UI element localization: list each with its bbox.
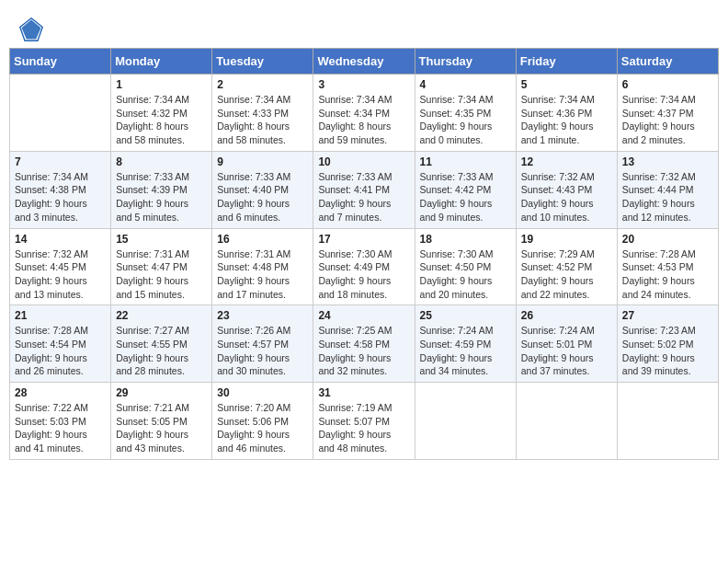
day-of-week-header: Friday — [516, 49, 617, 75]
cell-content: Sunrise: 7:26 AM Sunset: 4:57 PM Dayligh… — [217, 324, 308, 378]
calendar-cell: 8Sunrise: 7:33 AM Sunset: 4:39 PM Daylig… — [111, 151, 212, 228]
calendar-cell: 13Sunrise: 7:32 AM Sunset: 4:44 PM Dayli… — [617, 151, 718, 228]
cell-content: Sunrise: 7:19 AM Sunset: 5:07 PM Dayligh… — [318, 401, 409, 455]
calendar-cell: 14Sunrise: 7:32 AM Sunset: 4:45 PM Dayli… — [10, 228, 111, 305]
day-number: 24 — [318, 309, 409, 322]
calendar-cell: 22Sunrise: 7:27 AM Sunset: 4:55 PM Dayli… — [111, 305, 212, 383]
cell-content: Sunrise: 7:33 AM Sunset: 4:39 PM Dayligh… — [116, 170, 207, 224]
day-of-week-header: Thursday — [415, 49, 516, 75]
day-number: 19 — [521, 233, 612, 246]
day-number: 20 — [622, 233, 713, 246]
cell-content: Sunrise: 7:28 AM Sunset: 4:53 PM Dayligh… — [622, 247, 713, 302]
calendar-cell: 24Sunrise: 7:25 AM Sunset: 4:58 PM Dayli… — [313, 305, 415, 383]
day-number: 14 — [15, 233, 106, 246]
calendar-cell: 3Sunrise: 7:34 AM Sunset: 4:34 PM Daylig… — [313, 75, 415, 152]
day-number: 3 — [318, 78, 409, 91]
cell-content: Sunrise: 7:32 AM Sunset: 4:43 PM Dayligh… — [521, 170, 612, 224]
calendar-header-row: SundayMondayTuesdayWednesdayThursdayFrid… — [10, 49, 719, 75]
day-number: 7 — [15, 155, 106, 168]
calendar-cell: 18Sunrise: 7:30 AM Sunset: 4:50 PM Dayli… — [415, 228, 516, 305]
calendar-cell: 19Sunrise: 7:29 AM Sunset: 4:52 PM Dayli… — [516, 228, 617, 305]
calendar-cell — [617, 383, 718, 460]
calendar-cell: 25Sunrise: 7:24 AM Sunset: 4:59 PM Dayli… — [415, 305, 516, 383]
calendar-week-row: 7Sunrise: 7:34 AM Sunset: 4:38 PM Daylig… — [10, 151, 719, 228]
day-number: 22 — [116, 309, 207, 322]
calendar-cell: 15Sunrise: 7:31 AM Sunset: 4:47 PM Dayli… — [111, 228, 212, 305]
day-number: 31 — [318, 386, 409, 399]
day-number: 4 — [420, 78, 511, 91]
calendar-cell: 16Sunrise: 7:31 AM Sunset: 4:48 PM Dayli… — [212, 228, 313, 305]
day-of-week-header: Monday — [111, 49, 212, 75]
calendar-cell: 7Sunrise: 7:34 AM Sunset: 4:38 PM Daylig… — [10, 151, 111, 228]
cell-content: Sunrise: 7:34 AM Sunset: 4:33 PM Dayligh… — [217, 93, 308, 147]
calendar-cell: 17Sunrise: 7:30 AM Sunset: 4:49 PM Dayli… — [313, 228, 415, 305]
day-number: 23 — [217, 309, 308, 322]
page-header — [9, 9, 719, 48]
day-number: 27 — [622, 309, 713, 322]
calendar-cell: 9Sunrise: 7:33 AM Sunset: 4:40 PM Daylig… — [212, 151, 313, 228]
calendar-cell: 11Sunrise: 7:33 AM Sunset: 4:42 PM Dayli… — [415, 151, 516, 228]
cell-content: Sunrise: 7:32 AM Sunset: 4:45 PM Dayligh… — [15, 247, 106, 302]
calendar-cell — [10, 75, 111, 152]
cell-content: Sunrise: 7:34 AM Sunset: 4:32 PM Dayligh… — [116, 93, 207, 147]
cell-content: Sunrise: 7:33 AM Sunset: 4:40 PM Dayligh… — [217, 170, 308, 224]
calendar-cell: 30Sunrise: 7:20 AM Sunset: 5:06 PM Dayli… — [212, 383, 313, 460]
cell-content: Sunrise: 7:30 AM Sunset: 4:50 PM Dayligh… — [420, 247, 511, 302]
calendar-week-row: 21Sunrise: 7:28 AM Sunset: 4:54 PM Dayli… — [10, 305, 719, 383]
calendar-cell: 29Sunrise: 7:21 AM Sunset: 5:05 PM Dayli… — [111, 383, 212, 460]
calendar-week-row: 14Sunrise: 7:32 AM Sunset: 4:45 PM Dayli… — [10, 228, 719, 305]
calendar-cell: 28Sunrise: 7:22 AM Sunset: 5:03 PM Dayli… — [10, 383, 111, 460]
cell-content: Sunrise: 7:29 AM Sunset: 4:52 PM Dayligh… — [521, 247, 612, 302]
calendar-table: SundayMondayTuesdayWednesdayThursdayFrid… — [9, 48, 719, 460]
cell-content: Sunrise: 7:25 AM Sunset: 4:58 PM Dayligh… — [318, 324, 409, 378]
calendar-cell: 20Sunrise: 7:28 AM Sunset: 4:53 PM Dayli… — [617, 228, 718, 305]
day-number: 26 — [521, 309, 612, 322]
cell-content: Sunrise: 7:32 AM Sunset: 4:44 PM Dayligh… — [622, 170, 713, 224]
cell-content: Sunrise: 7:34 AM Sunset: 4:37 PM Dayligh… — [622, 93, 713, 147]
cell-content: Sunrise: 7:21 AM Sunset: 5:05 PM Dayligh… — [116, 401, 207, 455]
calendar-cell: 10Sunrise: 7:33 AM Sunset: 4:41 PM Dayli… — [313, 151, 415, 228]
calendar-cell: 31Sunrise: 7:19 AM Sunset: 5:07 PM Dayli… — [313, 383, 415, 460]
day-of-week-header: Sunday — [10, 49, 111, 75]
cell-content: Sunrise: 7:24 AM Sunset: 5:01 PM Dayligh… — [521, 324, 612, 378]
day-number: 8 — [116, 155, 207, 168]
day-of-week-header: Saturday — [617, 49, 718, 75]
day-number: 25 — [420, 309, 511, 322]
day-number: 11 — [420, 155, 511, 168]
cell-content: Sunrise: 7:28 AM Sunset: 4:54 PM Dayligh… — [15, 324, 106, 378]
cell-content: Sunrise: 7:34 AM Sunset: 4:35 PM Dayligh… — [420, 93, 511, 147]
logo-icon — [18, 17, 44, 42]
cell-content: Sunrise: 7:34 AM Sunset: 4:36 PM Dayligh… — [521, 93, 612, 147]
day-number: 5 — [521, 78, 612, 91]
calendar-cell: 5Sunrise: 7:34 AM Sunset: 4:36 PM Daylig… — [516, 75, 617, 152]
cell-content: Sunrise: 7:30 AM Sunset: 4:49 PM Dayligh… — [318, 247, 409, 302]
cell-content: Sunrise: 7:24 AM Sunset: 4:59 PM Dayligh… — [420, 324, 511, 378]
calendar-cell: 23Sunrise: 7:26 AM Sunset: 4:57 PM Dayli… — [212, 305, 313, 383]
day-number: 12 — [521, 155, 612, 168]
calendar-cell: 2Sunrise: 7:34 AM Sunset: 4:33 PM Daylig… — [212, 75, 313, 152]
day-number: 16 — [217, 233, 308, 246]
day-number: 2 — [217, 78, 308, 91]
day-number: 28 — [15, 386, 106, 399]
calendar-cell: 4Sunrise: 7:34 AM Sunset: 4:35 PM Daylig… — [415, 75, 516, 152]
day-number: 30 — [217, 386, 308, 399]
day-number: 18 — [420, 233, 511, 246]
day-number: 13 — [622, 155, 713, 168]
cell-content: Sunrise: 7:27 AM Sunset: 4:55 PM Dayligh… — [116, 324, 207, 378]
day-number: 15 — [116, 233, 207, 246]
calendar-cell: 12Sunrise: 7:32 AM Sunset: 4:43 PM Dayli… — [516, 151, 617, 228]
cell-content: Sunrise: 7:33 AM Sunset: 4:41 PM Dayligh… — [318, 170, 409, 224]
calendar-week-row: 28Sunrise: 7:22 AM Sunset: 5:03 PM Dayli… — [10, 383, 719, 460]
day-number: 29 — [116, 386, 207, 399]
calendar-cell: 27Sunrise: 7:23 AM Sunset: 5:02 PM Dayli… — [617, 305, 718, 383]
cell-content: Sunrise: 7:33 AM Sunset: 4:42 PM Dayligh… — [420, 170, 511, 224]
calendar-cell: 21Sunrise: 7:28 AM Sunset: 4:54 PM Dayli… — [10, 305, 111, 383]
day-of-week-header: Tuesday — [212, 49, 313, 75]
calendar-cell: 6Sunrise: 7:34 AM Sunset: 4:37 PM Daylig… — [617, 75, 718, 152]
day-number: 17 — [318, 233, 409, 246]
day-number: 1 — [116, 78, 207, 91]
day-number: 6 — [622, 78, 713, 91]
logo — [18, 17, 48, 42]
day-of-week-header: Wednesday — [313, 49, 415, 75]
cell-content: Sunrise: 7:31 AM Sunset: 4:47 PM Dayligh… — [116, 247, 207, 302]
